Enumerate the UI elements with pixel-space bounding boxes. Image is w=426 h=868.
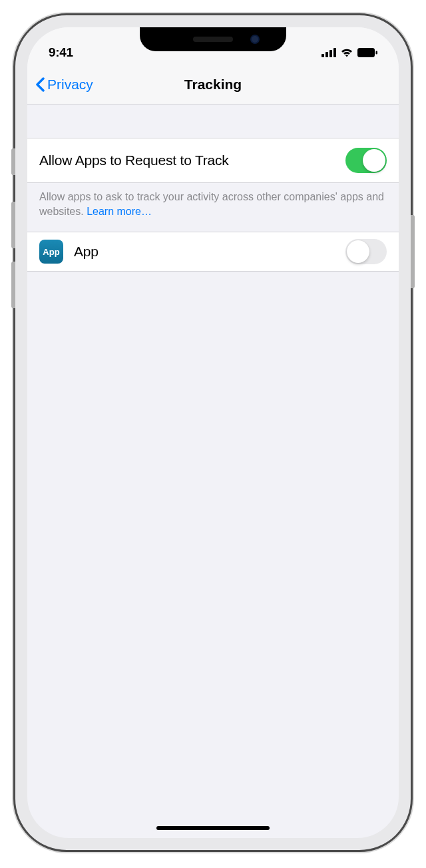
status-icons: [321, 48, 377, 57]
learn-more-link[interactable]: Learn more…: [87, 206, 152, 217]
app-icon: App: [39, 240, 63, 264]
page-title: Tracking: [184, 77, 242, 93]
volume-down-button: [11, 262, 15, 308]
app-tracking-toggle[interactable]: [345, 239, 387, 264]
content: Allow Apps to Request to Track Allow app…: [27, 105, 399, 272]
app-row: App App: [27, 232, 399, 272]
notch: [140, 27, 286, 51]
front-camera: [250, 35, 260, 44]
cellular-signal-icon: [321, 48, 336, 57]
phone-frame: 9:41: [13, 13, 413, 852]
svg-rect-2: [329, 50, 332, 57]
allow-tracking-row: Allow Apps to Request to Track: [27, 138, 399, 183]
battery-icon: [357, 48, 377, 57]
svg-rect-5: [376, 51, 378, 55]
phone-screen: 9:41: [27, 27, 399, 838]
svg-rect-1: [325, 52, 328, 57]
tracking-footer: Allow apps to ask to track your activity…: [27, 183, 399, 232]
speaker: [193, 37, 233, 42]
nav-bar: Privacy Tracking: [27, 65, 399, 105]
back-button[interactable]: Privacy: [35, 77, 93, 93]
silent-switch: [11, 148, 15, 175]
app-icon-text: App: [43, 247, 59, 257]
app-name: App: [74, 244, 335, 260]
svg-rect-0: [321, 54, 324, 57]
status-time: 9:41: [49, 45, 73, 60]
allow-tracking-label: Allow Apps to Request to Track: [39, 152, 345, 168]
svg-rect-4: [357, 48, 375, 57]
volume-up-button: [11, 202, 15, 248]
wifi-icon: [340, 48, 353, 57]
allow-tracking-toggle[interactable]: [345, 148, 387, 173]
back-label: Privacy: [47, 77, 93, 93]
home-indicator[interactable]: [156, 826, 270, 830]
power-button: [411, 215, 415, 288]
chevron-left-icon: [35, 77, 45, 92]
svg-rect-3: [333, 48, 336, 57]
